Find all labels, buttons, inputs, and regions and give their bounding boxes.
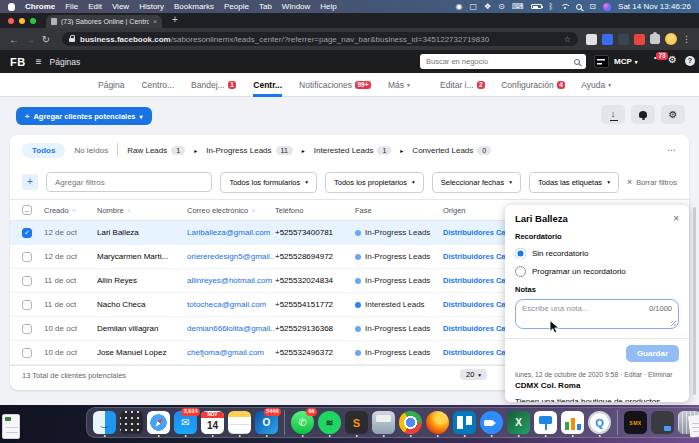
tab-centro[interactable]: Centro... <box>141 73 174 97</box>
settings-gear-icon[interactable]: ⚙ <box>668 54 677 65</box>
finder-icon[interactable]: ‿ <box>93 408 116 437</box>
row-checkbox-checked[interactable]: ✓ <box>22 228 32 238</box>
wifi-icon[interactable] <box>560 4 569 10</box>
tab-converted-leads[interactable]: Converted Leads0 <box>412 146 491 155</box>
tab-configuracion[interactable]: Configuración4 <box>501 73 565 97</box>
siri-icon[interactable] <box>603 3 611 11</box>
scrollbar[interactable] <box>693 207 696 395</box>
email-link[interactable]: Lariballeza@gmail.com <box>187 228 275 237</box>
column-creado[interactable]: Creado↑↓ <box>44 206 97 215</box>
email-link[interactable]: allinreyes@hotmail.com <box>187 276 275 285</box>
extension-icon-1[interactable] <box>586 34 597 45</box>
business-search-input[interactable] <box>426 57 574 66</box>
menu-history[interactable]: History <box>139 2 164 11</box>
sublime-text-icon[interactable]: S <box>345 408 368 437</box>
quicktime-icon[interactable]: Q <box>588 408 611 437</box>
download-leads-button[interactable]: ↓ <box>601 105 625 124</box>
document-peek-icon[interactable] <box>688 414 699 438</box>
column-fase[interactable]: Fase <box>355 206 443 215</box>
hamburger-menu-icon[interactable]: ≡ <box>36 56 42 67</box>
email-link[interactable]: totocheca@gmail.com <box>187 300 275 309</box>
bluetooth-icon[interactable]: ᛒ <box>549 3 554 11</box>
menubar-app-name[interactable]: Chrome <box>25 2 55 11</box>
spotify-icon[interactable]: ≋ <box>318 408 341 437</box>
column-nombre[interactable]: Nombre↑↓ <box>97 206 187 215</box>
whatsapp-icon[interactable]: ✆66 <box>291 408 314 437</box>
forward-button[interactable]: → <box>22 34 38 45</box>
tab-notificaciones[interactable]: Notificaciones99+ <box>299 73 371 97</box>
battery-icon[interactable] <box>531 4 542 9</box>
profile-switcher[interactable]: MCP▾ <box>614 57 638 66</box>
close-window-button[interactable] <box>8 18 14 24</box>
extension-icon-3[interactable] <box>618 34 629 45</box>
extension-icon-4[interactable] <box>634 34 645 45</box>
dark-folder-icon[interactable] <box>651 408 674 437</box>
back-button[interactable]: ← <box>6 34 22 45</box>
tab-close-icon[interactable]: × <box>153 18 157 25</box>
row-checkbox[interactable] <box>22 300 32 310</box>
column-correo[interactable]: Correo electrónico↑↓ <box>187 206 275 215</box>
keynote-icon[interactable] <box>534 408 557 437</box>
note-textarea[interactable]: Escribe una nota... 0/1000 <box>515 299 679 329</box>
menu-window[interactable]: Window <box>282 2 310 11</box>
menubar-clock[interactable]: Sat 14 Nov 13:46:26 <box>618 2 691 11</box>
fb-logo[interactable]: FB <box>10 56 26 68</box>
radio-selected-icon[interactable] <box>515 248 526 259</box>
email-link[interactable]: oriereredesign5@gmail... <box>187 252 275 261</box>
business-suite-icon[interactable] <box>594 55 609 68</box>
window-app-icon[interactable] <box>372 408 395 437</box>
safari-icon[interactable] <box>147 408 170 437</box>
tab-todos-active[interactable]: Todos <box>22 143 65 158</box>
menu-file[interactable]: File <box>65 2 78 11</box>
profile-avatar[interactable] <box>665 33 677 45</box>
keyboard-icon[interactable]: ⌨ <box>512 3 524 11</box>
smx-app-icon[interactable]: SMX <box>624 408 647 437</box>
apple-menu-icon[interactable] <box>8 3 15 11</box>
pages-label[interactable]: Páginas <box>50 57 81 67</box>
extensions-puzzle-icon[interactable] <box>650 34 660 44</box>
radio-no-reminder[interactable]: Sin recordatorio <box>515 248 679 259</box>
menu-edit[interactable]: Edit <box>88 2 102 11</box>
menu-bookmarks[interactable]: Bookmarks <box>174 2 214 11</box>
tab-ayuda[interactable]: Ayuda▾ <box>581 73 611 97</box>
page-size-selector[interactable]: 20▾ <box>460 369 487 380</box>
email-link[interactable]: demian666lolita@gmail... <box>187 324 275 333</box>
business-search[interactable] <box>420 54 586 69</box>
menu-people[interactable]: People <box>224 2 249 11</box>
labels-dropdown[interactable]: Todas las etiquetas▾ <box>529 172 619 193</box>
dates-dropdown[interactable]: Seleccionar fechas▾ <box>432 172 521 193</box>
tab-mas[interactable]: Más▾ <box>388 73 410 97</box>
menu-tab[interactable]: Tab <box>259 2 272 11</box>
browser-menu-icon[interactable]: ⋮ <box>682 34 691 44</box>
trello-icon[interactable] <box>453 408 476 437</box>
row-checkbox[interactable] <box>22 276 32 286</box>
app-status-icon[interactable]: ⊙ <box>498 3 505 11</box>
menu-help[interactable]: Help <box>320 2 336 11</box>
launchpad-icon[interactable] <box>120 408 143 437</box>
tab-centro-leads-active[interactable]: Centr... <box>253 73 282 97</box>
add-leads-button[interactable]: + Agregar clientes potenciales ▾ <box>16 107 152 125</box>
owners-dropdown[interactable]: Todos los propietarios▾ <box>325 172 424 193</box>
help-icon[interactable]: ? <box>685 56 695 66</box>
forms-dropdown[interactable]: Todos los formularios▾ <box>220 172 317 193</box>
menu-view[interactable]: View <box>112 2 129 11</box>
more-options-icon[interactable]: ⋯ <box>667 145 677 155</box>
tab-bandeja[interactable]: Bandej...1 <box>191 73 236 97</box>
leads-settings-button[interactable]: ⚙ <box>661 105 685 124</box>
record-status-icon[interactable]: ◉ <box>456 3 463 11</box>
outlook-icon[interactable]: O5449 <box>255 408 278 437</box>
note-meta[interactable]: lunes, 12 de octubre de 2020 9:58 · Edit… <box>515 371 679 378</box>
tab-pagina[interactable]: Página <box>98 73 124 97</box>
display-icon[interactable]: ⊡ <box>589 3 596 11</box>
mail-icon[interactable]: ✉3,914 <box>174 408 197 437</box>
row-checkbox[interactable] <box>22 252 32 262</box>
extension-icon-2[interactable] <box>602 34 613 45</box>
dropbox-icon[interactable]: ❖ <box>484 3 491 11</box>
desktop-document-icon[interactable] <box>2 414 20 439</box>
email-link[interactable]: chefjoma@gmail.com <box>187 348 275 357</box>
select-all-checkbox[interactable]: – <box>22 205 32 215</box>
leads-notifications-button[interactable] <box>631 105 655 124</box>
bookmark-star-icon[interactable]: ☆ <box>564 35 571 44</box>
filter-input[interactable] <box>46 172 212 192</box>
zoom-window-button[interactable] <box>30 18 36 24</box>
